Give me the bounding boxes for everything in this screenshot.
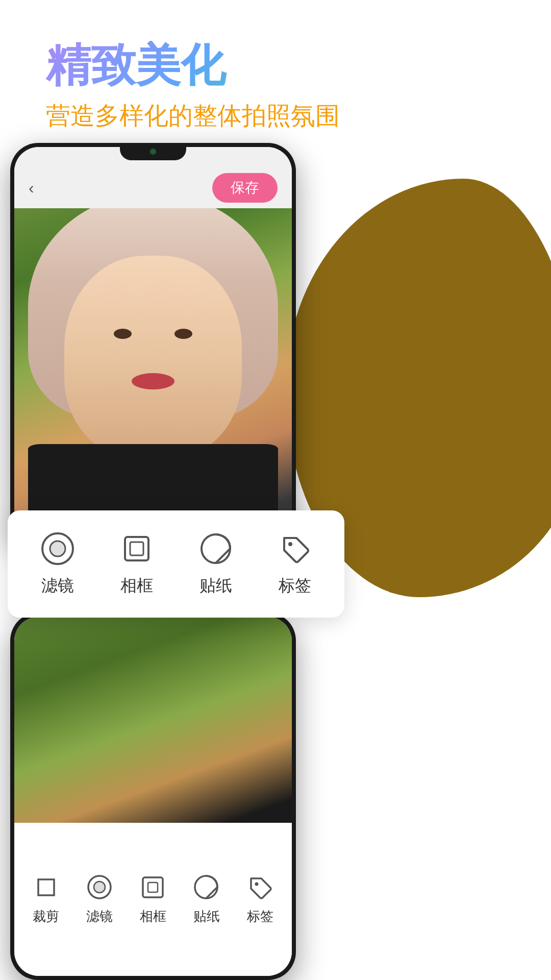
svg-point-12: [255, 883, 259, 886]
eye-left: [114, 329, 132, 339]
phone-bottom-photo: [14, 617, 292, 831]
svg-rect-6: [38, 879, 54, 895]
bottom-tool-frame[interactable]: 相框: [139, 873, 167, 925]
filter-label-bottom: 滤镜: [86, 908, 113, 925]
page-subtitle: 营造多样化的整体拍照氛围: [46, 100, 340, 132]
filter-label: 滤镜: [41, 575, 74, 597]
phone-camera: [149, 148, 157, 155]
phone-screen: ‹ 保存: [14, 147, 292, 542]
crop-icon: [32, 873, 60, 901]
phone-notch: [120, 143, 186, 160]
bottom-tool-sticker[interactable]: 贴纸: [192, 873, 220, 925]
sticker-icon: [198, 531, 234, 567]
svg-rect-10: [148, 883, 158, 892]
tag-label-bottom: 标签: [247, 908, 273, 925]
frame-icon: [119, 531, 155, 567]
frame-icon-bottom: [139, 873, 167, 901]
sticker-label-bottom: 贴纸: [193, 908, 220, 925]
toolbar-popup: 滤镜 相框 贴纸 标签: [8, 510, 344, 618]
svg-rect-9: [143, 877, 163, 897]
tag-label: 标签: [279, 575, 311, 597]
svg-rect-3: [130, 542, 143, 555]
svg-point-8: [94, 881, 105, 893]
save-button[interactable]: 保存: [212, 173, 278, 203]
sticker-icon-bottom: [192, 873, 220, 901]
svg-rect-2: [125, 537, 148, 560]
tag-icon: [277, 531, 313, 567]
bottom-tool-crop[interactable]: 裁剪: [32, 873, 60, 925]
toolbar-item-tag[interactable]: 标签: [277, 531, 313, 597]
toolbar-item-frame[interactable]: 相框: [119, 531, 155, 597]
photo-area: [14, 193, 292, 542]
svg-point-1: [50, 541, 65, 556]
header-section: 精致美化 营造多样化的整体拍照氛围: [46, 41, 340, 132]
eye-right: [174, 329, 192, 339]
phone-mockup-main: ‹ 保存: [10, 143, 296, 546]
svg-point-5: [288, 542, 292, 546]
bottom-tool-tag[interactable]: 标签: [246, 873, 274, 925]
bottom-tool-filter[interactable]: 滤镜: [86, 873, 114, 925]
phone-bottom-screen: 裁剪 滤镜 相框: [14, 617, 292, 976]
lips: [132, 373, 174, 389]
tag-icon-bottom: [246, 873, 274, 901]
sticker-label: 贴纸: [199, 575, 232, 597]
person-photo: [14, 193, 292, 542]
frame-label-bottom: 相框: [140, 908, 166, 925]
face-skin: [64, 256, 242, 458]
crop-label: 裁剪: [33, 908, 59, 925]
toolbar-item-filter[interactable]: 滤镜: [40, 531, 76, 597]
phone-bottom-toolbar: 裁剪 滤镜 相框: [14, 823, 292, 976]
filter-icon-bottom: [86, 873, 114, 901]
filter-icon: [40, 531, 76, 567]
phone-mockup-bottom: 裁剪 滤镜 相框: [10, 612, 296, 980]
toolbar-item-sticker[interactable]: 贴纸: [198, 531, 234, 597]
page-title: 精致美化: [46, 41, 340, 90]
frame-label: 相框: [120, 575, 153, 597]
back-button[interactable]: ‹: [29, 179, 34, 198]
